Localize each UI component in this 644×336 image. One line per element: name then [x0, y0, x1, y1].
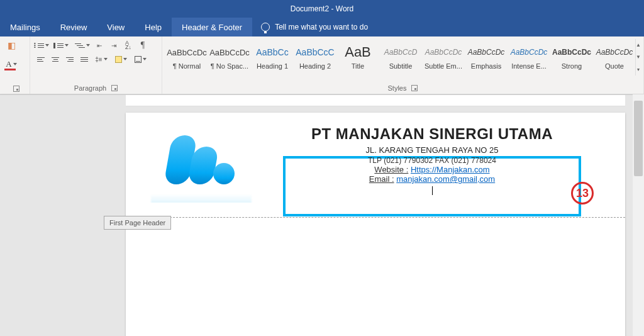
- styles-group: AaBbCcDc¶ NormalAaBbCcDc¶ No Spac...AaBb…: [162, 36, 644, 94]
- style-name: Strong: [562, 62, 582, 70]
- highlight-box: TLP (021) 7790302 FAX (021) 778024 Websi…: [283, 156, 581, 216]
- tell-me-search[interactable]: Tell me what you want to do: [252, 18, 377, 36]
- document-page[interactable]: PT MANJAKAN SINERGI UTAMA JL. KARANG TEN…: [126, 113, 625, 336]
- border-icon: [135, 56, 142, 63]
- document-area: PT MANJAKAN SINERGI UTAMA JL. KARANG TEN…: [0, 94, 644, 336]
- style-name: Quote: [605, 62, 624, 70]
- style-name: Subtitle: [389, 62, 413, 70]
- bullets-button[interactable]: [34, 39, 53, 52]
- style-card[interactable]: AaBbCcDcStrong: [551, 39, 592, 73]
- align-center-button[interactable]: [48, 53, 62, 65]
- style-card[interactable]: AaBbCcDcEmphasis: [465, 39, 507, 73]
- align-left-button[interactable]: [34, 53, 48, 65]
- company-logo[interactable]: [151, 125, 252, 194]
- clear-formatting-button[interactable]: ◧: [4, 39, 19, 52]
- borders-button[interactable]: [131, 53, 150, 65]
- paint-bucket-icon: [115, 56, 122, 63]
- first-page-header-tag[interactable]: First Page Header: [104, 216, 171, 230]
- font-color-icon: A: [6, 59, 11, 69]
- tab-help[interactable]: Help: [135, 18, 172, 36]
- company-website-line: Website : Https://Manjakan.com: [304, 165, 560, 174]
- text-cursor: [432, 186, 433, 195]
- style-name: Intense E...: [511, 62, 547, 70]
- letterhead-header[interactable]: PT MANJAKAN SINERGI UTAMA JL. KARANG TEN…: [151, 125, 600, 216]
- horizontal-ruler[interactable]: [126, 95, 625, 106]
- email-link[interactable]: manjakan.com@gmail,com: [396, 174, 495, 184]
- numbering-button[interactable]: [53, 39, 72, 52]
- style-card[interactable]: AaBbCcCHeading 2: [294, 39, 336, 73]
- website-link[interactable]: Https://Manjakan.com: [411, 165, 490, 174]
- company-phone: TLP (021) 7790302 FAX (021) 778024: [304, 156, 560, 165]
- email-label: Email :: [369, 174, 394, 184]
- align-right-button[interactable]: [63, 53, 77, 65]
- style-preview: AaBbCcDc: [511, 42, 548, 62]
- style-preview: AaBbCcDc: [167, 42, 207, 62]
- style-name: ¶ No Spac...: [211, 62, 248, 70]
- style-preview: AaBbCcDc: [552, 42, 591, 62]
- pilcrow-icon: ¶: [141, 40, 145, 50]
- vertical-scrollbar[interactable]: [633, 94, 644, 336]
- style-preview: AaBbCcDc: [209, 42, 250, 62]
- style-preview: AaBbCcDc: [468, 42, 505, 62]
- style-card[interactable]: AaBbCcDcSubtle Em...: [423, 39, 464, 73]
- paragraph-group: ⇤ ⇥ AZ↓ ¶ ‡≡ Paragraph: [30, 36, 162, 94]
- font-color-button[interactable]: A: [4, 58, 19, 70]
- styles-group-label: Styles: [388, 84, 407, 92]
- justify-button[interactable]: [77, 53, 91, 65]
- lightbulb-icon: [261, 23, 270, 31]
- company-name: PT MANJAKAN SINERGI UTAMA: [264, 125, 600, 143]
- title-bar: Document2 - Word: [0, 0, 644, 18]
- company-address: JL. KARANG TENGAH RAYA NO 25: [264, 145, 600, 155]
- style-card[interactable]: AaBbCcDcIntense E...: [508, 39, 550, 73]
- style-name: Heading 1: [257, 62, 288, 70]
- style-preview: AaB: [345, 42, 371, 62]
- style-name: Heading 2: [299, 62, 331, 70]
- multilevel-list-button[interactable]: [73, 39, 92, 52]
- gallery-up-button[interactable]: ▲: [636, 39, 641, 51]
- paragraph-group-label: Paragraph: [74, 84, 106, 92]
- eraser-icon: ◧: [8, 40, 16, 50]
- style-card[interactable]: AaBbCcDSubtitle: [380, 39, 421, 73]
- chevron-down-icon: [13, 63, 17, 65]
- show-paragraph-marks-button[interactable]: ¶: [136, 39, 150, 52]
- styles-dialog-launcher[interactable]: [411, 85, 418, 91]
- font-group: ◧ A: [0, 36, 30, 94]
- ribbon-tabs: Mailings Review View Help Header & Foote…: [0, 18, 644, 36]
- gallery-down-button[interactable]: ▼: [636, 51, 641, 63]
- style-name: Title: [352, 62, 364, 70]
- shading-button[interactable]: [111, 53, 130, 65]
- tab-mailings[interactable]: Mailings: [0, 18, 50, 36]
- tab-review[interactable]: Review: [50, 18, 97, 36]
- style-card[interactable]: AaBbCcDcQuote: [594, 39, 635, 73]
- style-name: ¶ Normal: [173, 62, 201, 70]
- font-dialog-launcher[interactable]: [13, 86, 19, 92]
- tab-header-footer[interactable]: Header & Footer: [172, 18, 252, 36]
- paragraph-dialog-launcher[interactable]: [111, 85, 118, 91]
- style-card[interactable]: AaBbCcDc¶ No Spac...: [209, 39, 250, 73]
- style-preview: AaBbCcD: [384, 42, 418, 62]
- company-email-line: Email : manjakan.com@gmail,com: [304, 174, 560, 184]
- scrollbar-thumb[interactable]: [634, 101, 643, 176]
- tab-view[interactable]: View: [97, 18, 135, 36]
- style-card[interactable]: AaBbCcHeading 1: [252, 39, 293, 73]
- style-card[interactable]: AaBbCcDc¶ Normal: [166, 39, 208, 73]
- style-preview: AaBbCc: [256, 42, 288, 62]
- ribbon-body: ◧ A ⇤ ⇥ AZ↓ ¶ ‡≡ P: [0, 36, 644, 94]
- sort-button[interactable]: AZ↓: [121, 39, 135, 52]
- style-name: Emphasis: [471, 62, 501, 70]
- decrease-indent-button[interactable]: ⇤: [92, 39, 106, 52]
- tell-me-label: Tell me what you want to do: [275, 23, 368, 31]
- window-title: Document2 - Word: [291, 4, 353, 13]
- style-preview: AaBbCcDc: [425, 42, 462, 62]
- increase-indent-button[interactable]: ⇥: [107, 39, 121, 52]
- style-name: Subtle Em...: [425, 62, 462, 70]
- gallery-more-button[interactable]: ▾: [636, 64, 641, 76]
- annotation-badge: 13: [571, 182, 594, 204]
- website-label: Website :: [374, 165, 408, 174]
- style-preview: AaBbCcC: [296, 42, 334, 62]
- style-card[interactable]: AaBTitle: [337, 39, 379, 73]
- header-boundary-line: [126, 217, 625, 218]
- style-preview: AaBbCcDc: [596, 42, 633, 62]
- styles-gallery-scroll[interactable]: ▲ ▼ ▾: [635, 39, 641, 76]
- line-spacing-button[interactable]: ‡≡: [92, 53, 111, 65]
